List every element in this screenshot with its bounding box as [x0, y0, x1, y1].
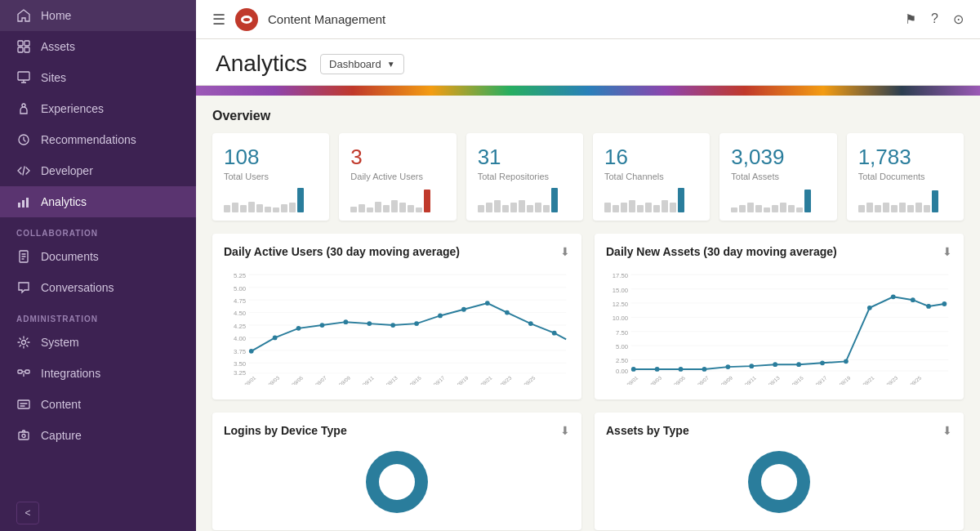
svg-point-87	[867, 306, 872, 310]
dashboard-dropdown[interactable]: Dashboard ▼	[320, 54, 404, 74]
svg-text:09/25: 09/25	[523, 374, 537, 385]
svg-point-38	[343, 319, 348, 324]
svg-point-91	[942, 301, 947, 306]
daily-new-assets-chart: Daily New Assets (30 day moving average)…	[595, 234, 964, 399]
svg-point-34	[249, 349, 254, 354]
daily-users-chart-title: Daily Active Users (30 day moving averag…	[224, 245, 460, 258]
mini-chart-total-users	[224, 188, 318, 212]
sidebar-item-recommendations[interactable]: Recommendations	[0, 124, 196, 155]
download-assets-type-button[interactable]: ⬇	[942, 424, 952, 437]
sidebar-item-home[interactable]: Home	[0, 0, 196, 31]
download-daily-assets-button[interactable]: ⬇	[942, 245, 952, 258]
daily-assets-chart-title: Daily New Assets (30 day moving average)	[606, 245, 837, 258]
sidebar-collapse-button[interactable]: <	[16, 502, 39, 524]
sidebar-item-experiences[interactable]: Experiences	[0, 93, 196, 124]
svg-point-83	[773, 362, 777, 367]
sites-icon	[16, 70, 31, 85]
svg-point-90	[926, 304, 931, 309]
sidebar-item-content[interactable]: Content	[0, 389, 196, 420]
svg-point-89	[911, 297, 915, 302]
svg-point-80	[702, 367, 707, 372]
daily-assets-svg-container: 17.50 15.00 12.50 10.00 7.50 5.00 2.50 0…	[606, 266, 952, 388]
svg-text:09/09: 09/09	[720, 374, 734, 385]
svg-text:09/09: 09/09	[338, 374, 352, 385]
home-icon	[16, 8, 31, 23]
assets-by-type-title: Assets by Type	[606, 424, 689, 437]
svg-text:09/11: 09/11	[743, 374, 757, 385]
flag-icon[interactable]: ⚑	[905, 11, 916, 27]
main-area: ☰ Content Management ⚑ ? ⊙ Analytics Das…	[196, 0, 980, 531]
sidebar-item-assets[interactable]: Assets	[0, 31, 196, 62]
svg-text:09/23: 09/23	[885, 374, 899, 385]
hamburger-button[interactable]: ☰	[212, 11, 225, 29]
svg-point-42	[438, 314, 443, 319]
svg-point-36	[296, 326, 301, 331]
svg-text:09/11: 09/11	[361, 374, 375, 385]
svg-rect-13	[18, 400, 29, 408]
svg-rect-1	[24, 41, 29, 46]
mini-chart-assets	[731, 188, 825, 212]
stats-grid: 108 Total Users 3 Daily Active Users	[212, 133, 964, 221]
assets-icon	[16, 39, 31, 54]
stat-label-channels: Total Channels	[604, 172, 698, 181]
svg-text:4.25: 4.25	[234, 323, 246, 330]
stat-card-total-users: 108 Total Users	[212, 133, 329, 221]
help-icon[interactable]: ?	[931, 11, 938, 27]
svg-text:09/23: 09/23	[499, 374, 513, 385]
svg-text:09/03: 09/03	[267, 374, 281, 385]
system-icon	[16, 335, 31, 350]
svg-point-43	[461, 307, 466, 312]
logins-by-device-card: Logins by Device Type ⬇	[212, 413, 581, 530]
overview-section: Overview 108 Total Users 3 Daily Active …	[212, 109, 964, 221]
sidebar: Home Assets Sites Experiences Recommenda…	[0, 0, 196, 531]
svg-rect-6	[18, 203, 20, 207]
sidebar-item-sites[interactable]: Sites	[0, 62, 196, 93]
stat-label-daily-users: Daily Active Users	[350, 172, 444, 181]
svg-text:12.50: 12.50	[612, 301, 628, 308]
svg-text:09/17: 09/17	[432, 374, 446, 385]
svg-text:09/07: 09/07	[314, 374, 328, 385]
decorative-banner	[196, 86, 980, 96]
svg-point-106	[379, 464, 415, 500]
svg-text:09/15: 09/15	[791, 374, 804, 385]
svg-text:09/21: 09/21	[479, 374, 493, 385]
svg-rect-14	[19, 432, 29, 440]
stat-card-documents: 1,783 Total Documents	[847, 133, 964, 221]
sidebar-item-capture[interactable]: Capture	[0, 420, 196, 451]
svg-text:4.00: 4.00	[234, 335, 246, 342]
topbar-actions: ⚑ ? ⊙	[905, 11, 964, 27]
sidebar-item-developer[interactable]: Developer	[0, 155, 196, 186]
stat-label-documents: Total Documents	[858, 172, 952, 181]
svg-rect-4	[18, 72, 29, 80]
download-daily-users-button[interactable]: ⬇	[560, 245, 570, 258]
svg-text:09/01: 09/01	[626, 374, 639, 385]
collaboration-section-label: COLLABORATION	[0, 217, 196, 241]
svg-point-37	[320, 323, 325, 328]
svg-text:09/17: 09/17	[814, 374, 828, 385]
download-logins-button[interactable]: ⬇	[560, 424, 570, 437]
svg-point-15	[22, 435, 25, 438]
svg-rect-7	[22, 200, 24, 207]
assets-donut-preview	[606, 445, 952, 519]
stat-value-assets: 3,039	[731, 145, 825, 170]
logins-by-device-title: Logins by Device Type	[224, 424, 347, 437]
documents-icon	[16, 249, 31, 264]
svg-text:09/25: 09/25	[909, 374, 923, 385]
svg-text:09/21: 09/21	[862, 374, 875, 385]
analytics-icon	[16, 194, 31, 209]
user-icon[interactable]: ⊙	[953, 11, 964, 27]
mini-chart-daily-users	[350, 188, 444, 212]
bottom-charts-row: Logins by Device Type ⬇ Assets by Type ⬇	[212, 413, 964, 530]
sidebar-item-analytics[interactable]: Analytics	[0, 186, 196, 217]
sidebar-item-integrations[interactable]: Integrations	[0, 358, 196, 389]
sidebar-item-system[interactable]: System	[0, 327, 196, 358]
sidebar-item-documents[interactable]: Documents	[0, 241, 196, 272]
svg-text:7.50: 7.50	[616, 329, 628, 337]
daily-users-svg-container: 5.25 5.00 4.75 4.50 4.25 4.00 3.75 3.50 …	[224, 266, 570, 388]
svg-point-41	[414, 321, 419, 326]
stat-value-repos: 31	[478, 145, 572, 170]
stat-label-repos: Total Repositories	[478, 172, 572, 181]
svg-point-35	[273, 336, 278, 341]
svg-text:09/03: 09/03	[649, 374, 663, 385]
sidebar-item-conversations[interactable]: Conversations	[0, 272, 196, 303]
